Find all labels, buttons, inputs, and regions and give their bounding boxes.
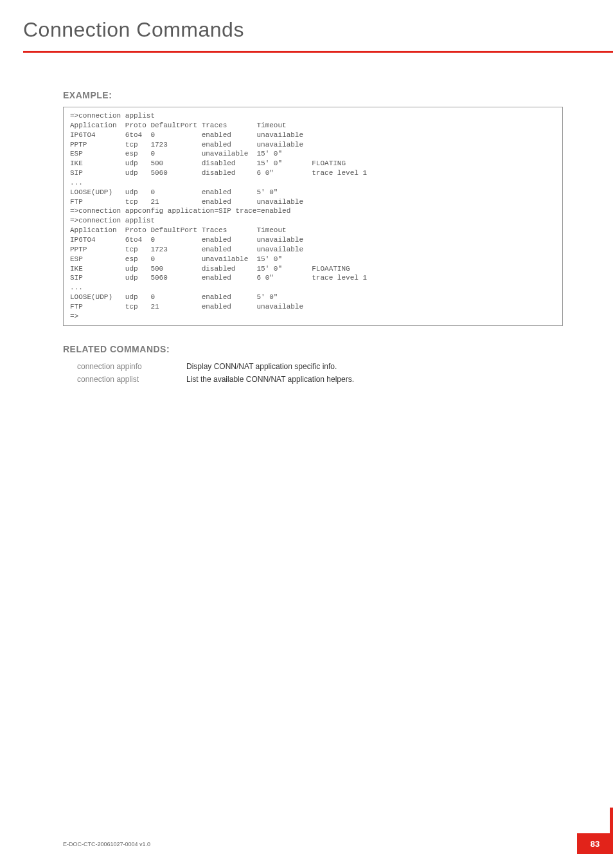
header-region: Connection Commands xyxy=(0,0,613,53)
page-title: Connection Commands xyxy=(23,18,613,42)
related-commands-table: connection appinfo Display CONN/NAT appl… xyxy=(77,362,563,384)
footer-doc-id: E-DOC-CTC-20061027-0004 v1.0 xyxy=(63,841,150,847)
related-cmd: connection applist xyxy=(77,375,186,384)
related-heading: RELATED COMMANDS: xyxy=(63,344,563,354)
example-code-block: =>connection applist Application Proto D… xyxy=(63,107,563,326)
content-area: EXAMPLE: =>connection applist Applicatio… xyxy=(0,53,613,384)
related-desc: Display CONN/NAT application specific in… xyxy=(186,362,337,371)
related-desc: List the available CONN/NAT application … xyxy=(186,375,354,384)
related-row: connection appinfo Display CONN/NAT appl… xyxy=(77,362,563,371)
page-accent xyxy=(610,808,613,833)
example-heading: EXAMPLE: xyxy=(63,90,563,100)
related-row: connection applist List the available CO… xyxy=(77,375,563,384)
related-cmd: connection appinfo xyxy=(77,362,186,371)
page-number: 83 xyxy=(577,833,613,854)
footer: E-DOC-CTC-20061027-0004 v1.0 83 xyxy=(0,837,613,849)
